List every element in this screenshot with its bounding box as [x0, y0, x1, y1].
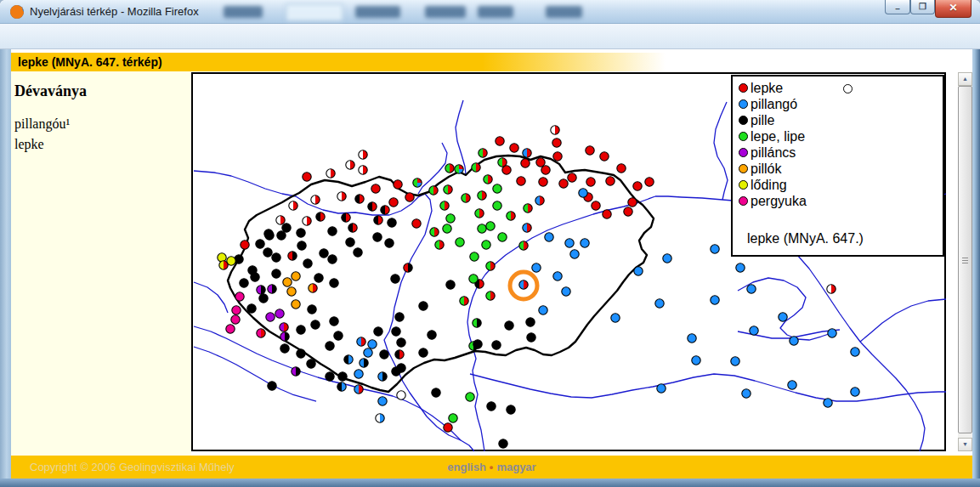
map-title: lepke (MNyA. 647. térkép) [18, 55, 162, 69]
blurred-tab [224, 6, 263, 18]
legend-item: pille [733, 112, 943, 128]
window-title: Nyelvjárási térkép - Mozilla Firefox [30, 0, 199, 23]
legend-dot-icon [739, 196, 748, 206]
link-separator: • [486, 461, 497, 473]
navigation-bar: geolingua.elte.hu/maps/mnya/lepke1_terk/… [0, 24, 980, 49]
legend-empty-dot [843, 84, 853, 93]
map-legend: lepkepillangópillelepe, lipepilláncspill… [731, 75, 944, 257]
blurred-tab-active [286, 3, 343, 21]
legend-item: lepe, lipe [733, 128, 943, 144]
legend-dot-icon [739, 116, 748, 125]
legend-dot-icon [739, 180, 748, 190]
legend-title: lepke (MNyA. 647.) [747, 231, 864, 246]
legend-item: pillók [733, 161, 943, 177]
legend-item: lőding [733, 177, 943, 193]
maximize-button[interactable]: ❐ [910, 0, 935, 14]
scrollbar-thumb[interactable] [958, 86, 972, 433]
window-border-right [972, 49, 980, 479]
legend-label: pillangó [751, 97, 797, 112]
blurred-tab [425, 6, 466, 18]
locality-panel: Dévaványa pillangóu¹ lepke [11, 71, 191, 456]
browser-window: Nyelvjárási térkép - Mozilla Firefox – ❐… [0, 0, 980, 487]
locality-answer: lepke [14, 137, 44, 152]
blurred-tab [546, 6, 582, 18]
legend-label: lepke [751, 81, 783, 96]
link-magyar[interactable]: magyar [496, 461, 535, 473]
close-button[interactable]: ✕ [935, 0, 972, 18]
language-links: english•magyar [11, 456, 972, 479]
legend-dot-icon [739, 99, 748, 109]
legend-label: pergyuka [751, 194, 807, 209]
map-scrollbar[interactable]: ▲ ▼ [958, 72, 972, 451]
link-english[interactable]: english [447, 461, 486, 473]
legend-label: lepe, lipe [751, 129, 805, 144]
firefox-icon [9, 4, 25, 20]
legend-dot-icon [739, 83, 748, 93]
legend-item-list: lepkepillangópillelepe, lipepilláncspill… [733, 76, 943, 209]
minimize-button[interactable]: – [885, 0, 910, 14]
scroll-up-button[interactable]: ▲ [958, 72, 972, 86]
legend-label: pilláncs [751, 145, 796, 161]
scroll-down-button[interactable]: ▼ [958, 438, 972, 451]
blurred-tab [478, 6, 513, 18]
legend-dot-icon [739, 148, 748, 157]
legend-label: lőding [751, 178, 787, 193]
legend-item: pergyuka [733, 193, 943, 209]
footer-bar: Copyright © 2006 Geolingvisztikai Műhely… [11, 456, 972, 479]
locality-name: Dévaványa [14, 82, 87, 100]
legend-label: pillók [751, 161, 781, 177]
thumb-grip [962, 260, 968, 261]
legend-dot-icon [739, 132, 748, 141]
blurred-tab [355, 6, 400, 18]
title-bar: Nyelvjárási térkép - Mozilla Firefox – ❐… [0, 0, 980, 24]
window-border-bottom [0, 479, 980, 487]
locality-answer: pillangóu¹ [14, 116, 70, 132]
legend-item: pillangó [733, 96, 943, 112]
map-title-bar: lepke (MNyA. 647. térkép) [11, 53, 666, 71]
legend-dot-icon [739, 164, 748, 173]
legend-item: lepke [733, 80, 943, 96]
legend-label: pille [751, 113, 774, 128]
window-border-left [0, 49, 11, 479]
legend-item: pilláncs [733, 144, 943, 161]
